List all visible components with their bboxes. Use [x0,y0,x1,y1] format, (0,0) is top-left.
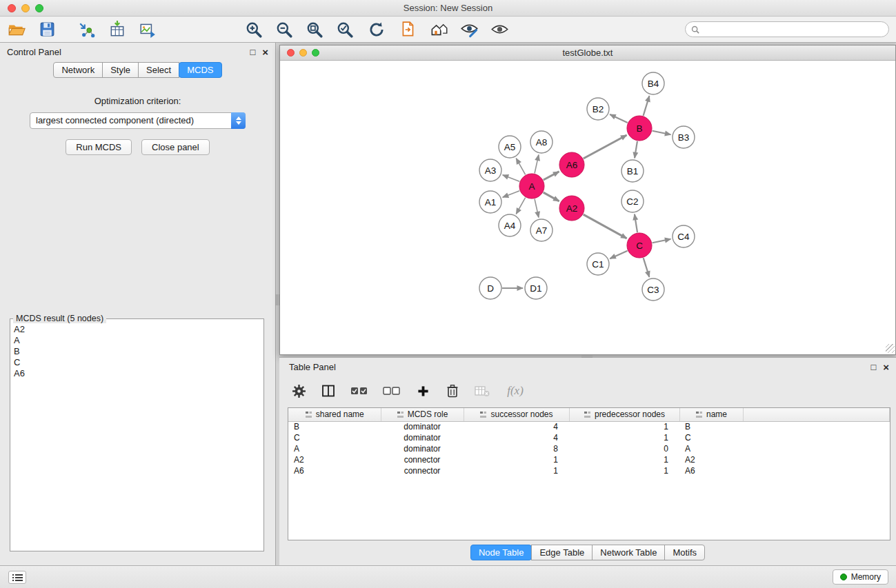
cell-shared-name[interactable]: B [288,421,381,432]
column-header-shared-name[interactable]: shared name [288,408,381,421]
tab-mcds[interactable]: MCDS [179,62,221,78]
edge-A-A2[interactable] [544,192,559,201]
export-image-button[interactable] [138,20,157,39]
edge-A-A4[interactable] [516,198,525,214]
cell-mcds-role[interactable]: dominator [381,443,464,454]
column-header-name[interactable]: name [679,408,743,421]
cell-shared-name[interactable]: A6 [288,465,381,476]
edge-B-B4[interactable] [644,96,650,116]
optimization-dropdown[interactable]: largest connected component (directed) [30,112,246,129]
cell-name[interactable]: A6 [679,465,743,476]
table-row[interactable]: A6connector11A6 [288,465,890,476]
save-session-button[interactable] [37,20,57,39]
cell-mcds-role[interactable]: connector [381,465,464,476]
node-C1[interactable]: C1 [587,253,609,275]
node-B1[interactable]: B1 [621,160,644,182]
zoom-fit-button[interactable] [305,20,324,39]
cell-successor-nodes[interactable]: 4 [464,421,569,432]
node-A8[interactable]: A8 [530,131,552,153]
node-D[interactable]: D [479,277,501,299]
node-C3[interactable]: C3 [642,278,664,301]
window-resize-grip[interactable] [886,344,895,353]
edge-C-C3[interactable] [644,258,650,277]
show-columns-button[interactable] [320,383,337,399]
tab-motifs[interactable]: Motifs [664,545,705,560]
add-row-button[interactable] [415,383,431,399]
cell-successor-nodes[interactable]: 4 [464,432,569,443]
vertical-split-handle[interactable] [276,294,279,305]
node-A7[interactable]: A7 [530,219,552,241]
edge-C-C2[interactable] [635,214,637,232]
cell-shared-name[interactable]: A [288,443,381,454]
edge-A-A7[interactable] [535,199,539,218]
horizontal-split-handle[interactable] [581,355,593,358]
column-header-successor-nodes[interactable]: successor nodes [464,408,569,421]
table-row[interactable]: Adominator80A [288,443,890,454]
home-network-button[interactable] [429,20,448,39]
network-canvas[interactable]: AA1A2A3A4A5A6A7A8BB1B2B3B4CC1C2C3C4DD1 [280,61,895,354]
table-settings-button[interactable] [290,383,307,399]
node-A4[interactable]: A4 [499,214,521,236]
table-row[interactable]: A2connector11A2 [288,454,890,465]
delete-row-button[interactable] [444,383,461,399]
result-item[interactable]: A2 [14,324,260,335]
result-item[interactable]: B [14,346,260,357]
close-panel-button[interactable]: Close panel [141,139,210,155]
cell-predecessor-nodes[interactable]: 1 [569,421,679,432]
close-panel-icon[interactable]: × [262,47,268,57]
node-A6[interactable]: A6 [559,152,584,177]
result-item[interactable]: A6 [14,368,260,379]
cell-mcds-role[interactable]: dominator [381,421,464,432]
node-B4[interactable]: B4 [642,72,664,94]
tab-edge-table[interactable]: Edge Table [531,545,593,560]
table-row[interactable]: Bdominator41B [288,421,890,432]
edge-A-A3[interactable] [503,175,520,181]
open-session-button[interactable] [7,20,26,39]
cell-successor-nodes[interactable]: 8 [464,443,569,454]
cell-name[interactable]: A2 [679,454,743,465]
edge-A-A5[interactable] [516,159,525,175]
cell-successor-nodes[interactable]: 1 [464,454,569,465]
node-A2[interactable]: A2 [559,196,584,221]
node-A3[interactable]: A3 [479,159,501,181]
deselect-all-button[interactable] [382,383,401,399]
network-document-button[interactable] [399,20,418,39]
node-C2[interactable]: C2 [621,190,644,212]
apply-layout-button[interactable] [367,20,386,39]
status-menu-button[interactable] [8,571,26,584]
column-header-mcds-role[interactable]: MCDS role [381,408,464,421]
cell-successor-nodes[interactable]: 1 [464,465,569,476]
edge-A2-C[interactable] [584,214,627,239]
node-A[interactable]: A [519,174,544,199]
tab-network[interactable]: Network [53,62,103,78]
cell-predecessor-nodes[interactable]: 1 [569,432,679,443]
cell-predecessor-nodes[interactable]: 0 [569,443,679,454]
edge-B-B1[interactable] [635,141,637,158]
tab-node-table[interactable]: Node Table [470,545,532,560]
cell-predecessor-nodes[interactable]: 1 [569,465,679,476]
memory-button[interactable]: Memory [833,569,888,585]
zoom-in-button[interactable] [244,20,263,39]
node-C4[interactable]: C4 [673,225,695,247]
hide-details-button[interactable] [459,20,479,39]
edge-A-A8[interactable] [535,155,539,174]
zoom-selected-button[interactable] [335,20,355,39]
edge-B-B2[interactable] [610,114,628,123]
import-table-button[interactable] [108,20,127,39]
search-input[interactable] [703,25,888,34]
node-B2[interactable]: B2 [587,98,609,120]
table-row[interactable]: Cdominator41C [288,432,890,443]
tab-select[interactable]: Select [138,62,179,78]
import-network-button[interactable] [77,20,97,39]
edge-A6-B[interactable] [584,135,627,159]
cell-predecessor-nodes[interactable]: 1 [569,454,679,465]
cell-mcds-role[interactable]: dominator [381,432,464,443]
edge-B-B3[interactable] [653,131,671,134]
show-details-button[interactable] [490,20,509,39]
node-C[interactable]: C [627,233,652,258]
cell-name[interactable]: B [679,421,743,432]
tab-style[interactable]: Style [102,62,139,78]
edge-A-A1[interactable] [503,191,520,197]
run-mcds-button[interactable]: Run MCDS [66,139,132,155]
edge-A-A6[interactable] [544,172,559,180]
